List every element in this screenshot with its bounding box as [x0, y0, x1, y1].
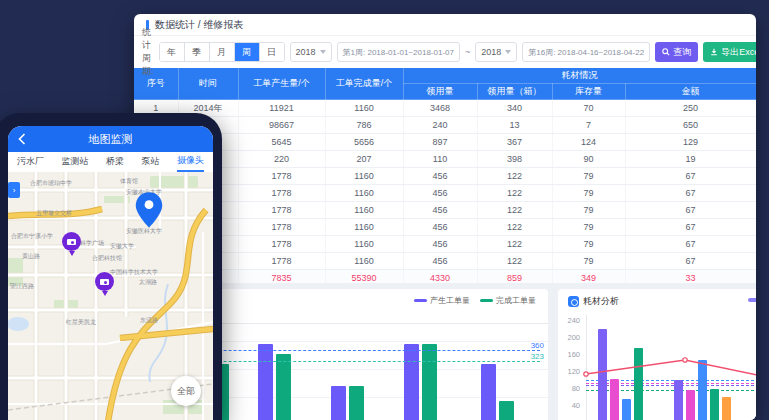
bar: [349, 386, 364, 420]
table-row: 56455656897367124129: [134, 134, 756, 151]
map[interactable]: 合肥市琥珀中学体育馆安徽农业大学五里墩立交桥安徽医科大学合肥市宁溪小学科学广场安…: [8, 172, 213, 420]
range-separator: ~: [465, 47, 470, 57]
tab-桥梁[interactable]: 桥梁: [106, 153, 124, 171]
period-option-季[interactable]: 季: [185, 43, 210, 61]
back-icon[interactable]: [17, 133, 27, 145]
period-option-周[interactable]: 周: [235, 43, 260, 61]
sub-col-header: 库存量: [552, 84, 625, 100]
table-row: 177811604561227967: [134, 185, 756, 202]
export-excel-button[interactable]: 导出Excel: [703, 42, 756, 62]
bar: [404, 344, 419, 420]
trend-line: [558, 289, 756, 420]
table-row: 177811604561227967: [134, 202, 756, 219]
year-from-select[interactable]: 2018: [290, 42, 332, 62]
legend-swatch: [480, 299, 493, 302]
breadcrumb-text: 数据统计 / 维修报表: [155, 18, 243, 32]
bar: [481, 364, 496, 420]
phone-header: 地图监测: [8, 126, 213, 152]
phone-mockup: 地图监测 污水厂监测站桥梁泵站摄像头: [0, 113, 222, 420]
group-header: 耗材情况: [403, 68, 756, 84]
page: { "colors":{"accent_blue":"#2b7cff","tab…: [0, 0, 769, 420]
map-label: 望江西路: [10, 282, 34, 291]
filter-bar: 统计周期: 年季月周日 2018 第1周: 2018-01-01~2018-01…: [134, 36, 756, 68]
map-label: 合肥市琥珀中学: [30, 179, 72, 188]
bar: [276, 354, 291, 420]
sub-col-header: 领用量: [403, 84, 477, 100]
table-row: 177811604561227967: [134, 219, 756, 236]
tab-监测站[interactable]: 监测站: [62, 153, 89, 171]
consumable-chart-card: 耗材分析 2402001601208040: [558, 289, 756, 420]
chart-title: 耗材分析: [583, 295, 619, 308]
consumable-chart-plot: 2402001601208040: [558, 289, 756, 420]
map-label: 东流路: [140, 316, 158, 325]
bar: [422, 344, 437, 420]
chevron-down-icon: [505, 50, 511, 54]
phone-tab-bar: 污水厂监测站桥梁泵站摄像头: [8, 152, 213, 173]
period-option-日[interactable]: 日: [260, 43, 284, 61]
table-row: 177811604561227967: [134, 236, 756, 253]
year-to-select[interactable]: 2018: [475, 42, 517, 62]
tab-污水厂[interactable]: 污水厂: [17, 153, 44, 171]
map-label: 红星美凯龙: [66, 318, 96, 327]
col-header: 工单完成量/个: [325, 68, 403, 100]
chevron-down-icon: [320, 50, 326, 54]
map-label: 合肥科技馆: [92, 254, 122, 263]
table-row: 177811604561227967: [134, 168, 756, 185]
period-option-年[interactable]: 年: [160, 43, 185, 61]
period-option-月[interactable]: 月: [210, 43, 235, 61]
breadcrumb[interactable]: 数据统计 / 维修报表: [134, 14, 756, 36]
map-label: 科学广场: [80, 239, 104, 248]
period-segment: 年季月周日: [159, 42, 285, 62]
col-header: 时间: [178, 68, 238, 100]
sub-col-header: 领用量（箱）: [477, 84, 552, 100]
sub-col-header: 金额: [625, 84, 756, 100]
search-icon: [662, 48, 670, 56]
map-label: 体育馆: [120, 177, 138, 186]
tab-摄像头[interactable]: 摄像头: [177, 152, 204, 172]
period-label: 统计周期:: [142, 26, 154, 78]
charts-section: 产生工单量 完成工单量 360323 耗材分析 2402001601208040: [134, 283, 756, 420]
table-row: 2202071103989019: [134, 151, 756, 168]
camera-marker[interactable]: [95, 272, 114, 291]
query-button[interactable]: 查询: [655, 42, 698, 62]
tab-泵站[interactable]: 泵站: [142, 153, 160, 171]
table-row: 177811604561227967: [134, 253, 756, 270]
workorder-chart-legend: 产生工单量 完成工单量: [414, 295, 536, 306]
week-to-field[interactable]: 第16周: 2018-04-16~2018-04-22: [522, 42, 650, 62]
phone-screen: 地图监测 污水厂监测站桥梁泵站摄像头: [8, 126, 213, 420]
col-header: 序号: [134, 68, 178, 100]
map-label: 中国科学技术大学: [110, 268, 158, 277]
camera-marker[interactable]: [62, 232, 81, 251]
chart-icon: [568, 296, 579, 307]
map-label: 合肥市宁溪小学: [11, 232, 53, 241]
all-button[interactable]: 全部: [171, 376, 201, 406]
map-label: 五里墩立交桥: [36, 209, 72, 218]
bar: [258, 344, 273, 420]
download-icon: [710, 48, 718, 56]
repair-table: 序号时间工单产生量/个工单完成量/个耗材情况领用量领用量（箱）库存量金额1201…: [134, 68, 756, 304]
bar: [331, 386, 346, 420]
legend-swatch: [414, 299, 427, 302]
chart-legend-item[interactable]: 完成工单量: [480, 295, 536, 306]
phone-title: 地图监测: [89, 132, 133, 147]
map-label: 安徽大学: [110, 242, 134, 251]
map-label: 黄山路: [22, 252, 40, 261]
table-row: 12014年119211160346834070250: [134, 100, 756, 117]
table-row: 98667786240137650: [134, 117, 756, 134]
expand-icon[interactable]: ›: [8, 182, 20, 198]
chart-legend-item[interactable]: 产生工单量: [414, 295, 470, 306]
week-from-field[interactable]: 第1周: 2018-01-01~2018-01-07: [337, 42, 460, 62]
dashboard-window: 数据统计 / 维修报表 统计周期: 年季月周日 2018 第1周: 2018-0…: [134, 14, 756, 420]
col-header: 工单产生量/个: [238, 68, 325, 100]
bar: [499, 401, 514, 420]
location-pin[interactable]: [134, 190, 164, 230]
map-label: 太湖路: [139, 278, 157, 287]
